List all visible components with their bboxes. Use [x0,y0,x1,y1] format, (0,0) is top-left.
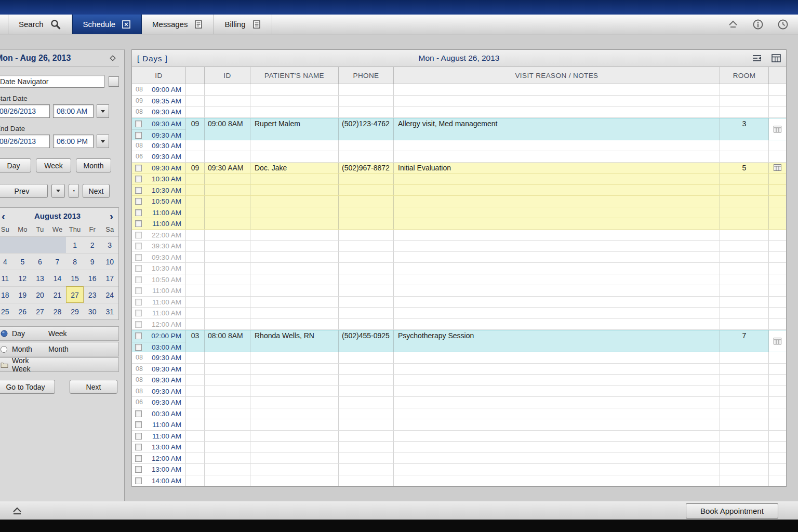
column-header-visit-reason[interactable]: VISIT REASON / NOTES [394,67,720,84]
schedule-row[interactable]: 0809:30 AM [132,352,786,364]
room-number[interactable]: 3 [720,118,769,140]
expand-panel-icon[interactable] [10,506,24,516]
book-appointment-button[interactable]: Book Appointment [686,503,778,518]
patient-phone[interactable]: (502)455-0925 [339,330,394,352]
schedule-row[interactable]: 12:00 AM [132,453,786,464]
end-date-input[interactable] [0,135,50,148]
agenda-view-icon[interactable] [752,54,762,62]
partial-tab[interactable] [0,15,8,34]
schedule-row[interactable]: 14:00 AM [132,475,786,487]
column-header-id2[interactable]: ID [205,67,250,84]
visit-reason[interactable]: Psychotherapy Session [394,330,720,352]
schedule-row[interactable]: 0809:30 AM [132,375,786,386]
slot-checkbox[interactable] [135,477,142,484]
schedule-row[interactable]: 11:00 AM [132,207,786,219]
calendar-day[interactable]: 23 [84,286,101,303]
slot-checkbox[interactable] [135,187,142,194]
info-icon[interactable] [752,19,764,30]
calendar-day[interactable]: 13 [31,270,49,286]
calendar-day[interactable]: 12 [14,270,32,286]
calendar-day[interactable]: 17 [101,270,118,286]
column-header-patient-name[interactable]: PATIENT'S NAME [250,67,339,84]
slot-checkbox[interactable] [135,209,142,216]
slot-checkbox[interactable] [135,299,142,305]
next-button[interactable]: Next [83,184,110,198]
start-date-input[interactable] [0,104,50,118]
column-header-room[interactable]: ROOM [720,67,769,84]
schedule-row[interactable]: 11:00 AM [132,297,786,308]
prev-dropdown-button[interactable] [51,184,65,198]
schedule-row[interactable]: 0809:30 AM [132,386,786,397]
collapse-icon[interactable] [727,19,739,30]
schedule-row[interactable]: 10:30 AM [132,185,786,196]
calendar-day[interactable]: 2 [84,236,101,253]
calendar-day[interactable]: 24 [101,286,118,303]
slot-checkbox[interactable] [135,455,142,462]
slot-checkbox[interactable] [135,243,142,249]
calendar-day[interactable]: 10 [101,253,118,270]
calendar-day[interactable]: 27 [66,286,84,303]
calendar-day[interactable]: 15 [66,270,84,286]
go-to-today-button[interactable]: Go to Today [0,380,55,394]
slot-checkbox[interactable] [135,265,142,272]
patient-phone[interactable]: (502)123-4762 [339,118,394,140]
calendar-day[interactable]: 20 [31,286,49,303]
column-header-id[interactable]: ID [132,67,186,84]
appointment-row[interactable]: 02:00 PM03:00 AM0308:00 8AMRhonda Wells,… [132,330,786,352]
schedule-row[interactable]: 10:30 AM [132,263,786,274]
slot-checkbox[interactable] [135,466,142,473]
visit-reason[interactable]: Initial Evaluation [394,163,720,174]
day-view-button[interactable]: Day [0,158,31,172]
schedule-row[interactable]: 00:30 AM [132,408,786,420]
diamond-icon[interactable] [109,54,117,62]
patient-name[interactable]: Rupert Malem [250,118,339,140]
slot-checkbox[interactable] [135,198,142,205]
calendar-day[interactable]: 5 [14,253,32,270]
schedule-row[interactable]: 0809:30 AM [132,140,786,152]
start-time-dropdown-button[interactable] [97,104,109,118]
end-time-input[interactable] [53,135,94,148]
slot-checkbox[interactable] [135,121,142,127]
calendar-day[interactable]: 11 [0,270,14,286]
room-number[interactable]: 7 [720,330,769,352]
appointment-grid-icon[interactable] [769,118,786,140]
schedule-row[interactable]: 0609:30 AM [132,151,786,163]
date-navigator-field[interactable]: Date Navigator [0,75,104,88]
tab-messages[interactable]: Messages [142,15,214,34]
calendar-day[interactable]: 25 [0,303,14,320]
date-navigator-button[interactable] [109,76,119,87]
schedule-row[interactable]: 39:30 AM [132,241,786,252]
calendar-day[interactable]: 21 [49,286,66,303]
appointment-time-id[interactable]: 09:00 8AM [205,118,250,140]
calendar-day[interactable]: 19 [14,286,32,303]
calendar-day[interactable]: 14 [49,270,66,286]
schedule-row[interactable]: 10:50 AM [132,196,786,207]
calendar-day[interactable]: 18 [0,286,14,303]
calendar-day[interactable]: 27 [31,303,49,320]
slot-checkbox[interactable] [135,254,142,261]
calendar-day[interactable]: 29 [66,303,84,320]
tab-schedule[interactable]: Schedule [72,15,142,34]
slot-checkbox[interactable] [135,410,142,417]
tab-search[interactable]: Search [8,15,72,34]
slot-checkbox[interactable] [135,321,142,328]
calendar-day[interactable]: 30 [84,303,101,320]
prev-button[interactable]: Prev [0,184,48,198]
schedule-row[interactable]: 13:00 AM [132,442,786,453]
slot-checkbox[interactable] [135,132,142,139]
slot-checkbox[interactable] [135,220,142,227]
schedule-row[interactable]: 11:00 AM [132,431,786,442]
calendar-day[interactable]: 4 [0,253,14,270]
slot-checkbox[interactable] [135,444,142,450]
patient-phone[interactable]: (502)967-8872 [339,163,394,174]
slot-checkbox[interactable] [135,310,142,316]
schedule-row[interactable]: 11:00 AM [132,218,786,230]
schedule-row[interactable]: 22:00 AM [132,230,786,241]
appointment-row[interactable]: 09:30 AM0909:30 AAMDoc. Jake(502)967-887… [132,163,786,174]
room-number[interactable]: 5 [720,163,769,174]
next-day-button[interactable]: Next [70,380,117,394]
mode-row-day-week[interactable]: Day Week [0,326,119,341]
end-time-dropdown-button[interactable] [97,135,109,148]
mode-row-work-week[interactable]: Work Week [0,357,119,372]
calendar-day[interactable]: 8 [66,253,84,270]
